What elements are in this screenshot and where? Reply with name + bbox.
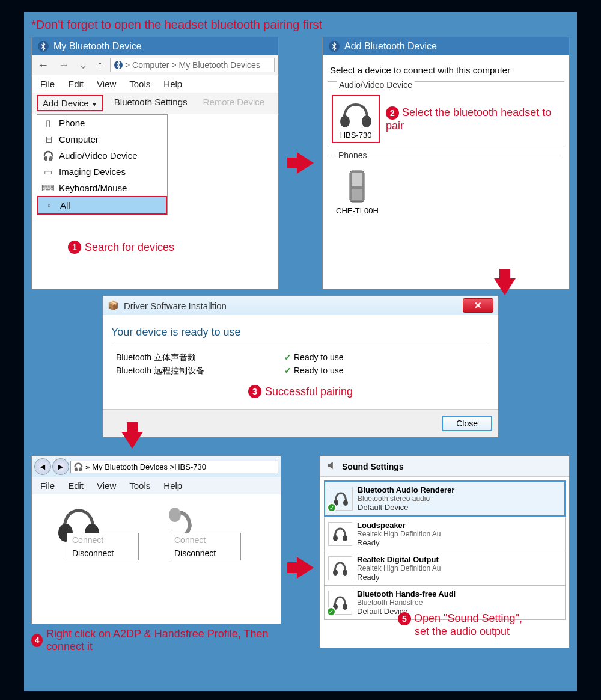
arrow-icon: [297, 557, 314, 579]
add-device-button[interactable]: Add Device ▼: [37, 95, 103, 111]
bluetooth-settings-button[interactable]: Bluetooth Settings: [109, 95, 192, 111]
dropdown-phone[interactable]: ▯Phone: [37, 115, 167, 131]
back-button[interactable]: ◄: [34, 458, 51, 475]
toolbar: Add Device ▼ Bluetooth Settings Remote D…: [32, 93, 278, 114]
menu-file[interactable]: File: [40, 79, 55, 89]
svg-rect-4: [352, 189, 362, 200]
driver-dialog: 📦 Driver Software Installtion ✕ Your dev…: [102, 295, 499, 438]
menu-help[interactable]: Help: [163, 480, 182, 491]
close-button[interactable]: Close: [442, 416, 492, 431]
speaker-icon: [326, 460, 337, 473]
window-add-bluetooth: Add Bluetooth Device Select a device to …: [322, 37, 570, 289]
device-icon: [328, 522, 352, 546]
menu-edit[interactable]: Edit: [68, 480, 84, 491]
dropdown-audiovideo[interactable]: 🎧Audio/Video Device: [37, 147, 167, 164]
disconnect-item[interactable]: Disconnect: [169, 547, 240, 560]
bluetooth-icon: [114, 61, 123, 69]
arrow-icon: [297, 152, 314, 174]
connect-item[interactable]: Connect: [67, 533, 138, 547]
device-info: Loudspeaker Realtek High Definition Au R…: [357, 521, 441, 547]
bluetooth-icon: [38, 41, 49, 52]
svg-point-16: [343, 604, 347, 610]
headphones-icon: [338, 99, 374, 129]
sound-device-item[interactable]: Loudspeaker Realtek High Definition Au R…: [324, 517, 566, 551]
disconnect-item[interactable]: Disconnect: [67, 547, 138, 560]
dropdown-imaging[interactable]: ▭Imaging Devices: [37, 164, 167, 180]
check-icon: ✓: [326, 607, 336, 616]
dropdown-keyboard[interactable]: ⌨Keyboard/Mouse: [37, 180, 167, 196]
device-icon: ✓: [329, 487, 353, 511]
arrow-icon: [494, 278, 516, 295]
menu-view[interactable]: View: [97, 480, 116, 491]
forward-button[interactable]: →: [56, 59, 72, 72]
phones-group: Phones CHE-TL00H: [328, 152, 564, 221]
phone-icon: [345, 168, 369, 204]
audiovideo-group: Audio/Video Device HBS-730 2 Select the …: [328, 81, 564, 147]
step-number-1: 1: [68, 241, 81, 254]
imaging-icon: ▭: [43, 167, 53, 177]
keyboard-icon: ⌨: [43, 183, 53, 193]
titlebar: My Bluetooth Device: [32, 37, 278, 55]
close-button[interactable]: ✕: [463, 298, 493, 313]
forward-button[interactable]: ►: [52, 458, 69, 475]
back-button[interactable]: ←: [35, 59, 51, 72]
add-device-dropdown: ▯Phone 🖥Computer 🎧Audio/Video Device ▭Im…: [37, 114, 168, 215]
svg-point-10: [343, 500, 348, 506]
device-label: HBS-730: [338, 130, 374, 140]
menu-tools[interactable]: Tools: [129, 79, 150, 89]
window-title: Add Bluetooth Device: [344, 41, 437, 52]
headphones-icon: 🎧: [43, 151, 53, 161]
device-label: CHE-TL00H: [336, 206, 379, 215]
dropdown-computer[interactable]: 🖥Computer: [37, 131, 167, 147]
svg-point-12: [343, 535, 347, 541]
menu-edit[interactable]: Edit: [68, 79, 84, 89]
connect-item[interactable]: Connect: [169, 533, 240, 547]
menu-tools[interactable]: Tools: [129, 480, 150, 491]
dropdown-all[interactable]: ▫All: [37, 196, 167, 215]
menu-help[interactable]: Help: [163, 79, 182, 89]
step1-callout: 1 Search for devices: [68, 241, 174, 254]
step3-callout: 3 Successful pairing: [111, 385, 490, 398]
menubar: File Edit View Tools Help: [32, 75, 278, 93]
a2dp-profile[interactable]: A2DP Connect Disconnect: [43, 502, 115, 582]
svg-point-0: [340, 115, 350, 127]
window-device-page: ◄ ► 🎧 » My Bluetooth Devices >HBS-730 Fi…: [31, 456, 281, 624]
arrow-icon: [121, 432, 143, 449]
breadcrumb[interactable]: > Computer > My Bluetooth Devices: [110, 58, 275, 72]
dialog-title: Driver Software Installtion: [124, 301, 227, 311]
step2-callout: 2 Select the bluetooth headset to pair: [386, 106, 560, 132]
check-icon: ✓: [284, 366, 291, 375]
headphones-icon: 🎧: [73, 462, 83, 471]
sound-device-item[interactable]: ✓ Bluetooth Audio Renderer Bluetooth ste…: [324, 480, 566, 517]
device-info: Bluetooth Audio Renderer Bluetooth stere…: [358, 485, 454, 512]
all-icon: ▫: [44, 201, 54, 210]
menu-view[interactable]: View: [97, 79, 116, 89]
sound-device-list: ✓ Bluetooth Audio Renderer Bluetooth ste…: [320, 477, 569, 624]
svg-point-13: [333, 570, 338, 576]
step-number-3: 3: [248, 385, 261, 398]
svg-rect-3: [352, 173, 362, 186]
svg-point-7: [169, 508, 181, 522]
status-row: Bluetooth 远程控制设备 ✓Ready to use: [111, 364, 490, 378]
window-title: Sound Settings: [342, 462, 404, 471]
titlebar: Add Bluetooth Device: [323, 37, 569, 55]
address-bar[interactable]: 🎧 » My Bluetooth Devices >HBS-730: [70, 461, 278, 473]
dialog-titlebar: 📦 Driver Software Installtion ✕: [103, 296, 498, 315]
menu-file[interactable]: File: [40, 480, 55, 491]
context-menu: Connect Disconnect: [169, 533, 241, 560]
installer-icon: 📦: [108, 300, 119, 311]
svg-point-11: [333, 535, 338, 541]
device-che[interactable]: CHE-TL00H: [331, 166, 383, 218]
add-device-subtitle: Select a device to connect with this com…: [323, 55, 569, 76]
handsfree-profile[interactable]: Han Connect Disconnect: [145, 502, 217, 582]
bluetooth-icon: [329, 41, 340, 52]
dropdown-nav[interactable]: ⌄: [76, 58, 90, 72]
computer-icon: 🖥: [43, 135, 53, 144]
up-button[interactable]: ↑: [95, 59, 105, 72]
device-icon: [328, 556, 352, 580]
sound-device-item[interactable]: Realtek Digital Output Realtek High Defi…: [324, 551, 566, 585]
check-icon: ✓: [327, 503, 337, 512]
window-my-bluetooth: My Bluetooth Device ← → ⌄ ↑ > Computer >…: [31, 37, 279, 289]
device-hbs730[interactable]: HBS-730: [332, 95, 380, 143]
phone-icon: ▯: [43, 118, 53, 128]
